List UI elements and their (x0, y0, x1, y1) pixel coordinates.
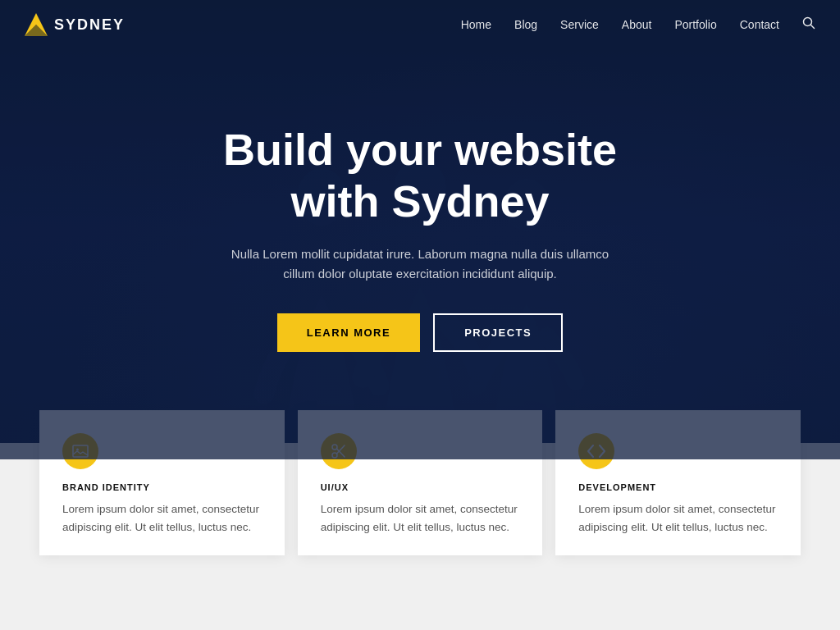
projects-button[interactable]: PROJECTS (433, 313, 563, 352)
nav-link-home[interactable]: Home (461, 18, 491, 31)
svg-line-3 (811, 25, 815, 29)
search-icon[interactable] (802, 18, 815, 32)
hero-buttons: LEARN MORE PROJECTS (223, 313, 617, 352)
card-3-text: Lorem ipsum dolor sit amet, consectetur … (578, 500, 778, 536)
nav-link-service[interactable]: Service (560, 18, 599, 31)
nav-item-portfolio[interactable]: Portfolio (674, 17, 716, 32)
card-2-text: Lorem ipsum dolor sit amet, consectetur … (321, 500, 520, 536)
hero-subtitle: Nulla Lorem mollit cupidatat irure. Labo… (223, 244, 617, 284)
cards-section: BRAND IDENTITY Lorem ipsum dolor sit ame… (0, 443, 840, 630)
card-1-title: BRAND IDENTITY (62, 482, 262, 492)
hero-section: Build your website with Sydney Nulla Lor… (0, 0, 840, 459)
logo-icon (25, 13, 48, 36)
brand-name: SYDNEY (54, 16, 125, 34)
card-2-title: UI/UX (321, 482, 520, 492)
nav-item-contact[interactable]: Contact (740, 17, 779, 32)
card-1-text: Lorem ipsum dolor sit amet, consectetur … (62, 500, 262, 536)
learn-more-button[interactable]: LEARN MORE (277, 313, 420, 352)
nav-item-home[interactable]: Home (461, 17, 491, 32)
logo-link[interactable]: SYDNEY (25, 13, 125, 36)
hero-title: Build your website with Sydney (223, 124, 617, 226)
nav-link-about[interactable]: About (622, 18, 652, 31)
nav-item-blog[interactable]: Blog (514, 17, 537, 32)
navbar: SYDNEY Home Blog Service About Portfolio… (0, 0, 840, 49)
card-3-title: DEVELOPMENT (578, 482, 778, 492)
nav-item-service[interactable]: Service (560, 17, 599, 32)
nav-item-about[interactable]: About (622, 17, 652, 32)
nav-link-portfolio[interactable]: Portfolio (674, 18, 716, 31)
nav-menu: Home Blog Service About Portfolio Contac… (461, 16, 815, 33)
nav-link-blog[interactable]: Blog (514, 18, 537, 31)
nav-link-contact[interactable]: Contact (740, 18, 779, 31)
hero-content: Build your website with Sydney Nulla Lor… (207, 124, 633, 351)
